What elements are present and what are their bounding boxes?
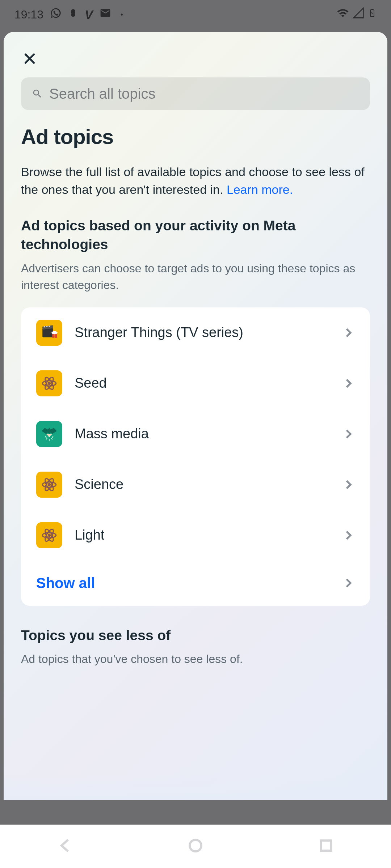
svg-point-9 bbox=[51, 331, 58, 334]
show-all-button[interactable]: Show all bbox=[21, 561, 370, 606]
section-less-heading: Topics you see less of bbox=[21, 626, 370, 645]
topic-label: Seed bbox=[75, 375, 329, 391]
atom-icon bbox=[36, 472, 62, 498]
handshake-icon bbox=[36, 421, 62, 447]
svg-rect-1 bbox=[371, 9, 373, 10]
svg-point-6 bbox=[49, 326, 50, 327]
topic-row-seed[interactable]: Seed bbox=[21, 358, 370, 409]
fade-overlay bbox=[4, 775, 387, 800]
show-all-label: Show all bbox=[36, 575, 342, 591]
svg-rect-24 bbox=[321, 841, 331, 851]
svg-point-23 bbox=[190, 840, 201, 851]
film-icon bbox=[36, 320, 62, 346]
chevron-right-icon bbox=[342, 427, 355, 441]
nav-home-button[interactable] bbox=[187, 837, 204, 856]
topic-row-light[interactable]: Light bbox=[21, 510, 370, 561]
status-time: 19:13 bbox=[14, 8, 43, 21]
search-icon bbox=[32, 88, 43, 99]
close-button[interactable] bbox=[21, 50, 38, 67]
dot-icon: • bbox=[121, 10, 123, 19]
chevron-right-icon bbox=[342, 529, 355, 542]
topics-card: Stranger Things (TV series) Seed Mass me… bbox=[21, 307, 370, 606]
close-icon bbox=[22, 51, 37, 66]
svg-point-14 bbox=[49, 435, 50, 437]
section-less-sub: Ad topics that you've chosen to see less… bbox=[21, 651, 370, 667]
chevron-right-icon bbox=[342, 478, 355, 491]
whatsapp-icon bbox=[50, 7, 62, 22]
topic-row-stranger-things[interactable]: Stranger Things (TV series) bbox=[21, 307, 370, 358]
search-placeholder: Search all topics bbox=[49, 86, 155, 102]
status-bar: 19:13 V • bbox=[0, 0, 391, 29]
page-description: Browse the full list of available topics… bbox=[21, 163, 370, 199]
chevron-right-icon bbox=[342, 326, 355, 339]
chevron-right-icon bbox=[342, 377, 355, 390]
ad-topics-modal: Search all topics Ad topics Browse the f… bbox=[4, 32, 387, 800]
learn-more-link[interactable]: Learn more. bbox=[227, 183, 293, 196]
svg-point-10 bbox=[48, 382, 51, 384]
atom-icon bbox=[36, 522, 62, 548]
search-input[interactable]: Search all topics bbox=[21, 77, 370, 110]
section-activity-sub: Advertisers can choose to target ads to … bbox=[21, 260, 370, 294]
section-activity-heading: Ad topics based on your activity on Meta… bbox=[21, 216, 370, 254]
gmail-icon bbox=[100, 7, 111, 22]
nav-recent-button[interactable] bbox=[317, 837, 335, 856]
svg-point-5 bbox=[46, 326, 47, 327]
signal-icon bbox=[353, 7, 364, 22]
app-icon-v: V bbox=[85, 8, 93, 22]
topic-label: Stranger Things (TV series) bbox=[75, 325, 329, 340]
topic-row-mass-media[interactable]: Mass media bbox=[21, 409, 370, 459]
app-icon bbox=[68, 8, 78, 21]
topic-label: Mass media bbox=[75, 426, 329, 442]
system-nav-bar bbox=[0, 825, 391, 868]
battery-icon bbox=[368, 7, 377, 22]
nav-back-button[interactable] bbox=[56, 837, 74, 856]
topic-label: Science bbox=[75, 477, 329, 492]
wifi-icon bbox=[337, 7, 349, 22]
page-title: Ad topics bbox=[21, 124, 370, 149]
atom-icon bbox=[36, 370, 62, 396]
svg-point-19 bbox=[48, 533, 51, 536]
svg-point-15 bbox=[48, 483, 51, 486]
topic-row-science[interactable]: Science bbox=[21, 459, 370, 510]
chevron-right-icon bbox=[342, 576, 355, 590]
svg-rect-2 bbox=[42, 328, 53, 337]
svg-point-4 bbox=[44, 326, 45, 327]
topic-label: Light bbox=[75, 527, 329, 543]
